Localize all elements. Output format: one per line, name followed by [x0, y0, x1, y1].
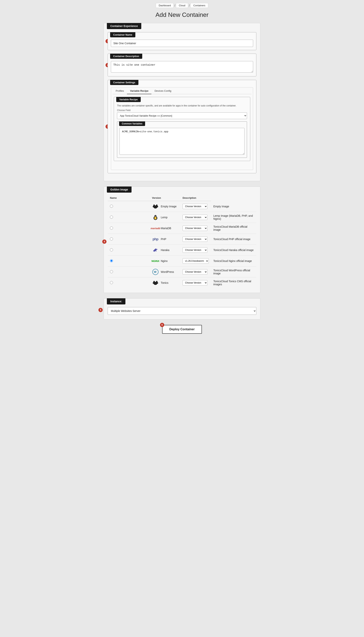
wordpress-version-select[interactable]: Choose Version — [182, 269, 208, 275]
settings-tabs-container: Profiles Variable Recipe Devices Config … — [111, 87, 253, 170]
tab-variable-recipe[interactable]: Variable Recipe — [127, 88, 152, 94]
nginx-version-select[interactable]: v1.26.0-bookworm — [182, 258, 209, 264]
haraka-description: TonicsCloud Haraka official image — [211, 245, 256, 256]
radio-mariadb[interactable] — [110, 227, 113, 230]
table-row: TonicsChoose VersionTonicsCloud Tonics C… — [108, 277, 256, 288]
breadcrumb: Dashboard / Cloud / Containers — [104, 3, 260, 8]
radio-tonics[interactable] — [110, 281, 113, 284]
empty-icon — [152, 203, 159, 210]
haraka-icon — [152, 247, 159, 254]
mariadb-name: MariaDB — [161, 227, 171, 230]
table-row: NGINXNginxv1.26.0-bookwormTonicsCloud Ng… — [108, 256, 256, 267]
tonics-version-select[interactable]: Choose Version — [182, 280, 208, 286]
table-row: Empty ImageChoose VersionEmpty Image — [108, 201, 256, 212]
tonics-icon — [152, 279, 159, 286]
mariadb-icon: mariadb — [152, 225, 159, 232]
svg-point-4 — [157, 206, 158, 207]
container-description-label: Container Description — [110, 54, 142, 59]
tonics-description: TonicsCloud Tonics CMS official images — [211, 277, 256, 288]
container-description-subsection: Container Description — [108, 54, 256, 76]
mariadb-version-select[interactable]: Choose Version — [182, 226, 208, 231]
breadcrumb-sep-2: / — [189, 4, 190, 7]
common-variables-input[interactable] — [120, 128, 244, 155]
breadcrumb-cloud[interactable]: Cloud — [176, 3, 188, 8]
deploy-container-button[interactable]: Deploy Container — [162, 325, 202, 334]
container-name-subsection: Container Name — [108, 32, 256, 50]
common-variables-container: Common Variables — [117, 121, 247, 158]
table-row: HarakaChoose VersionTonicsCloud Haraka o… — [108, 245, 256, 256]
tonics-name: Tonics — [161, 281, 168, 284]
svg-point-10 — [155, 216, 155, 216]
radio-nginx[interactable] — [110, 259, 113, 262]
tab-profiles[interactable]: Profiles — [112, 88, 127, 94]
table-row: LempChoose VersionLemp Image (MariaDB, P… — [108, 212, 256, 223]
radio-lemp[interactable] — [110, 216, 113, 219]
step-badge-5: 5 — [98, 308, 103, 312]
empty-name: Empty Image — [161, 205, 176, 208]
svg-point-3 — [153, 206, 154, 207]
container-description-input[interactable] — [111, 61, 253, 73]
variable-recipe-subsection: Variable Recipe The variables are contai… — [114, 97, 250, 161]
svg-point-19 — [157, 282, 158, 284]
col-description: Description — [180, 195, 211, 201]
page-title: Add New Container — [104, 11, 260, 18]
wordpress-name: WordPress — [161, 270, 174, 273]
breadcrumb-containers[interactable]: Containers — [190, 3, 208, 8]
container-settings-label: Container Settings — [110, 80, 138, 85]
table-row: phpPHPChoose VersionTonicsCloud PHP offi… — [108, 234, 256, 245]
table-row: mariadbMariaDBChoose VersionTonicsCloud … — [108, 223, 256, 234]
variable-recipe-select[interactable]: App TonicsCloud Variable Recipe »» [Comm… — [117, 112, 247, 119]
nginx-name: Nginx — [161, 260, 168, 263]
variable-recipe-info: The variables are container specific, an… — [117, 104, 247, 107]
container-settings-subsection: Container Settings Profiles Variable Rec… — [108, 80, 256, 173]
col-version: Version — [150, 195, 180, 201]
php-name: PHP — [161, 238, 166, 241]
instance-header: Instance: — [107, 298, 126, 304]
table-row: WWordPressChoose VersionTonicsCloud Word… — [108, 267, 256, 277]
wordpress-description: TonicsCloud WordPress official image — [211, 267, 256, 277]
svg-point-12 — [155, 217, 156, 217]
haraka-name: Haraka — [161, 249, 170, 252]
wordpress-icon: W — [152, 268, 159, 275]
container-experience-header: Container Experience — [107, 23, 141, 29]
php-version-select[interactable]: Choose Version — [182, 237, 208, 242]
svg-point-18 — [153, 282, 154, 284]
lemp-icon — [152, 214, 159, 221]
radio-empty[interactable] — [110, 205, 113, 208]
radio-haraka[interactable] — [110, 248, 113, 251]
lemp-name: Lemp — [161, 216, 168, 219]
nginx-icon: NGINX — [152, 258, 159, 264]
breadcrumb-sep-1: / — [174, 4, 175, 7]
col-name: Name — [108, 195, 150, 201]
tab-devices-config[interactable]: Devices Config — [152, 88, 174, 94]
lemp-version-select[interactable]: Choose Version — [182, 215, 208, 220]
step-badge-6: 6 — [160, 323, 164, 327]
instance-select[interactable]: Multiple Websites Server — [108, 307, 256, 315]
step-badge-4: 4 — [102, 240, 106, 244]
php-description: TonicsCloud PHP official image — [211, 234, 256, 245]
radio-php[interactable] — [110, 238, 113, 241]
breadcrumb-dashboard[interactable]: Dashboard — [156, 3, 174, 8]
deploy-button-wrapper: 6 Deploy Container — [104, 325, 260, 334]
php-icon: php — [152, 236, 159, 243]
golden-image-header: Golden Image — [107, 186, 132, 193]
empty-version-select[interactable]: Choose Version — [182, 204, 208, 209]
nginx-description: TonicsCloud Nginx official image — [211, 256, 256, 267]
svg-text:W: W — [154, 270, 156, 273]
svg-point-11 — [156, 216, 156, 216]
choose-field-label: Choose Field — [117, 109, 247, 112]
variable-recipe-label: Variable Recipe — [116, 97, 141, 102]
golden-image-section: Golden Image 4 Name Version Description … — [104, 186, 260, 293]
common-variables-label: Common Variables — [119, 121, 145, 126]
empty-description: Empty Image — [211, 201, 256, 212]
container-name-label: Container Name — [110, 32, 135, 37]
radio-wordpress[interactable] — [110, 270, 113, 273]
golden-image-table: Name Version Description Empty ImageChoo… — [108, 195, 256, 288]
mariadb-description: TonicsCloud MariaDB official image — [211, 223, 256, 234]
container-experience-section: Container Experience 1 Container Name 2 … — [104, 23, 260, 181]
lemp-description: Lemp Image (MariaDB, PHP, and Nginx) — [211, 212, 256, 223]
instance-section: Instance: 5 Multiple Websites Server — [104, 298, 260, 320]
haraka-version-select[interactable]: Choose Version — [182, 247, 208, 253]
container-name-input[interactable] — [111, 40, 253, 47]
